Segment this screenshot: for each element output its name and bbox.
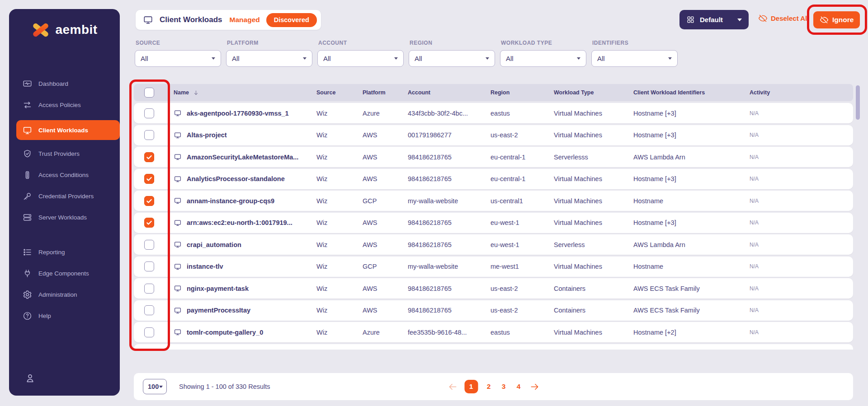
column-header-workload-type[interactable]: Workload Type: [554, 89, 633, 96]
filter-workload-type-select[interactable]: All: [500, 50, 586, 67]
check-icon: [146, 219, 153, 226]
cell-region: eastus: [491, 329, 554, 336]
cell-workload-type: Containers: [554, 285, 633, 292]
cell-region: eu-west-1: [491, 219, 554, 226]
user-avatar-icon[interactable]: [24, 373, 36, 384]
workload-name: AnalyticsProcessor-standalone: [187, 175, 285, 182]
column-header-client-workload-identifiers[interactable]: Client Workload Identifiers: [633, 89, 750, 96]
column-header-source[interactable]: Source: [316, 89, 363, 96]
cell-platform: GCP: [363, 263, 408, 270]
sidebar-item-access-policies[interactable]: Access Policies: [9, 96, 120, 114]
page-number-3[interactable]: 3: [500, 383, 508, 391]
sidebar-item-access-conditions[interactable]: Access Conditions: [9, 166, 120, 184]
sidebar-item-administration[interactable]: Administration: [9, 285, 120, 303]
select-all-checkbox[interactable]: [144, 88, 154, 98]
workload-name-cell[interactable]: AmazonSecurityLakeMetastoreMa...: [165, 153, 316, 161]
trust-providers-icon: [23, 149, 32, 159]
column-header-platform[interactable]: Platform: [363, 89, 408, 96]
column-header-name[interactable]: Name: [165, 89, 316, 96]
sidebar-item-credential-providers[interactable]: Credential Providers: [9, 187, 120, 205]
page-number-2[interactable]: 2: [485, 383, 493, 391]
filter-platform-select[interactable]: All: [226, 50, 312, 67]
tab-discovered[interactable]: Discovered: [266, 13, 317, 27]
column-header-activity[interactable]: Activity: [750, 89, 853, 96]
row-checkbox[interactable]: [144, 108, 154, 118]
workload-name-cell[interactable]: aks-agentpool-17760930-vmss_1: [165, 109, 316, 117]
previous-page-arrow[interactable]: [447, 382, 458, 392]
workload-name: crapi_automation: [187, 241, 241, 248]
partial-next-row: [134, 344, 853, 350]
sidebar-item-dashboard[interactable]: Dashboard: [9, 75, 120, 93]
sidebar-item-server-workloads[interactable]: Server Workloads: [9, 208, 120, 226]
workload-name-cell[interactable]: tomlr-compute-gallery_0: [165, 328, 316, 336]
row-checkbox[interactable]: [144, 218, 154, 228]
page-size-select[interactable]: 100: [143, 379, 167, 394]
cell-identifiers: AWS Lambda Arn: [633, 241, 750, 248]
cell-platform: AWS: [363, 175, 408, 182]
sidebar-item-trust-providers[interactable]: Trust Providers: [9, 145, 120, 163]
row-checkbox[interactable]: [144, 196, 154, 206]
workload-name-cell[interactable]: annam-instance-group-cqs9: [165, 197, 316, 205]
workload-name: AmazonSecurityLakeMetastoreMa...: [187, 154, 298, 161]
sidebar-item-reporting[interactable]: Reporting: [9, 243, 120, 261]
cell-account: 984186218765: [408, 241, 491, 248]
deselect-all-button[interactable]: Deselect All: [758, 14, 809, 23]
workload-name-cell[interactable]: AnalyticsProcessor-standalone: [165, 175, 316, 183]
row-checkbox[interactable]: [144, 152, 154, 162]
sidebar-item-help[interactable]: Help: [9, 307, 120, 325]
filter-value: All: [506, 55, 514, 62]
chevron-down-icon: [394, 57, 398, 60]
view-selector-dropdown[interactable]: Default: [679, 10, 749, 29]
cell-identifiers: Hostname [+3]: [633, 131, 750, 139]
cell-source: Wiz: [316, 175, 363, 182]
row-checkbox-cell: [134, 130, 165, 140]
cell-workload-type: Containers: [554, 307, 633, 314]
workload-name-cell[interactable]: nginx-payment-task: [165, 285, 316, 292]
workload-name-cell[interactable]: instance-tlv: [165, 263, 316, 271]
eye-off-icon: [758, 14, 768, 23]
sidebar-item-label: Access Policies: [38, 102, 81, 108]
row-checkbox[interactable]: [144, 327, 154, 337]
results-summary: Showing 1 - 100 of 330 Results: [179, 383, 270, 390]
filter-identifiers-select[interactable]: All: [591, 50, 678, 67]
cell-account: 984186218765: [408, 307, 491, 314]
filter-source-select[interactable]: All: [135, 50, 221, 67]
row-checkbox[interactable]: [144, 261, 154, 271]
vertical-scrollbar[interactable]: [856, 85, 860, 120]
column-header-account[interactable]: Account: [408, 89, 491, 96]
next-page-arrow[interactable]: [529, 382, 540, 392]
cell-activity: N/A: [750, 242, 853, 248]
workload-name-cell[interactable]: Altas-project: [165, 131, 316, 139]
table-row: paymentProcessItayWizAWS984186218765us-e…: [134, 300, 853, 321]
page-number-4[interactable]: 4: [514, 383, 523, 391]
row-checkbox[interactable]: [144, 174, 154, 184]
cell-workload-type: Virtual Machines: [554, 175, 633, 182]
ignore-button[interactable]: Ignore: [813, 11, 860, 28]
cell-source: Wiz: [316, 307, 363, 314]
row-checkbox-cell: [134, 284, 165, 294]
tab-managed[interactable]: Managed: [230, 16, 260, 24]
workload-name-cell[interactable]: paymentProcessItay: [165, 307, 316, 314]
workload-name-cell[interactable]: crapi_automation: [165, 241, 316, 248]
cell-region: us-central1: [491, 197, 554, 205]
row-checkbox[interactable]: [144, 284, 154, 294]
monitor-icon: [174, 285, 182, 292]
cell-identifiers: AWS ECS Task Family: [633, 285, 750, 292]
cell-account: 001791986277: [408, 131, 491, 139]
cell-identifiers: Hostname [+3]: [633, 175, 750, 182]
sidebar-item-client-workloads[interactable]: Client Workloads: [16, 120, 120, 140]
table-row: crapi_automationWizAWS984186218765eu-wes…: [134, 234, 853, 255]
column-header-label: Workload Type: [554, 89, 594, 96]
sidebar-item-edge-components[interactable]: Edge Components: [9, 264, 120, 282]
row-checkbox[interactable]: [144, 240, 154, 250]
page-number-1[interactable]: 1: [464, 380, 478, 393]
row-checkbox[interactable]: [144, 130, 154, 140]
workload-name-cell[interactable]: arn:aws:ec2:eu-north-1:0017919...: [165, 219, 316, 227]
column-header-region[interactable]: Region: [491, 89, 554, 96]
cell-activity: N/A: [750, 110, 853, 117]
filter-region-select[interactable]: All: [409, 50, 495, 67]
row-checkbox[interactable]: [144, 305, 154, 315]
cell-identifiers: AWS Lambda Arn: [633, 154, 750, 161]
cell-workload-type: Virtual Machines: [554, 110, 633, 117]
filter-account-select[interactable]: All: [317, 50, 404, 67]
